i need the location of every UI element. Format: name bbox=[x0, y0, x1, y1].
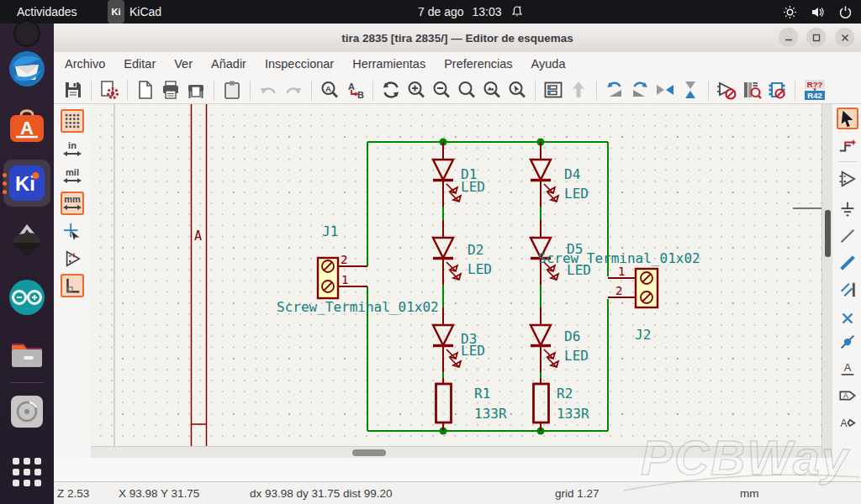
minimize-button[interactable] bbox=[779, 28, 798, 47]
status-bar: Z 2.53 X 93.98 Y 31.75 dx 93.98 dy 31.75… bbox=[54, 481, 861, 504]
horizontal-scrollbar[interactable] bbox=[91, 446, 821, 458]
units-mils-button[interactable]: mil bbox=[61, 165, 84, 188]
schematic-setup-button[interactable] bbox=[98, 79, 120, 101]
add-net-label-button[interactable]: A bbox=[837, 358, 858, 380]
svg-text:R1: R1 bbox=[474, 386, 490, 402]
dock-item-kicad[interactable]: Ki bbox=[7, 163, 47, 203]
led-d1 bbox=[433, 160, 461, 202]
rotate-ccw-button[interactable] bbox=[604, 79, 626, 101]
add-bus-button[interactable] bbox=[837, 252, 858, 274]
undo-button[interactable] bbox=[257, 79, 279, 101]
zoom-fit-button[interactable] bbox=[456, 79, 478, 101]
window-title: tira 2835 [tira 2835/] — Editor de esque… bbox=[341, 32, 573, 45]
highlight-net-button[interactable] bbox=[837, 136, 858, 158]
leave-sheet-button[interactable] bbox=[568, 79, 589, 101]
menu-bar: Archivo Editar Ver Añadir Inspeccionar H… bbox=[54, 52, 861, 76]
wire-to-bus-entry-button[interactable] bbox=[837, 279, 858, 301]
junction-icon bbox=[838, 333, 857, 351]
arduino-icon bbox=[8, 278, 46, 317]
menu-inspeccionar[interactable]: Inspeccionar bbox=[256, 52, 343, 76]
dock-item-app-grid[interactable] bbox=[7, 452, 47, 492]
zoom-to-objects-button[interactable] bbox=[481, 79, 503, 101]
led-d4 bbox=[531, 160, 558, 202]
refresh-button[interactable] bbox=[380, 79, 402, 101]
add-hierarchical-label-button[interactable]: A bbox=[837, 412, 858, 433]
zoom-to-selection-button[interactable] bbox=[506, 79, 528, 101]
highlight-net-icon bbox=[838, 138, 857, 156]
clock-menu[interactable]: 7 de ago 13:03 bbox=[418, 0, 524, 24]
hv-wires-only-button[interactable] bbox=[61, 274, 84, 297]
svg-text:LED: LED bbox=[564, 348, 589, 364]
dock-item-thunderbird[interactable] bbox=[7, 49, 47, 89]
assign-footprints-button[interactable] bbox=[766, 79, 788, 101]
find-button[interactable]: A bbox=[319, 79, 341, 101]
print-button[interactable] bbox=[160, 79, 182, 101]
schematic-canvas[interactable]: A bbox=[91, 104, 821, 446]
toolbar-divider bbox=[838, 161, 857, 162]
focused-app-menu[interactable]: KiCad bbox=[129, 0, 161, 24]
menu-anadir[interactable]: Añadir bbox=[202, 52, 256, 76]
dock-item-partial-icon[interactable] bbox=[7, 13, 47, 54]
zoom-out-button[interactable] bbox=[430, 79, 452, 101]
hierarchy-navigator-button[interactable] bbox=[542, 79, 564, 101]
add-wire-button[interactable] bbox=[837, 225, 858, 247]
save-button[interactable] bbox=[62, 79, 84, 101]
svg-text:133R: 133R bbox=[557, 406, 589, 422]
power-icon bbox=[838, 5, 853, 19]
menu-preferencias[interactable]: Preferencias bbox=[435, 52, 521, 76]
no-connect-button[interactable] bbox=[837, 307, 858, 329]
show-hidden-pins-button[interactable] bbox=[61, 247, 84, 270]
symbol-fields-table-button[interactable] bbox=[716, 79, 737, 101]
dock-item-ubuntu-software[interactable]: A bbox=[7, 106, 47, 146]
paste-button[interactable] bbox=[221, 79, 243, 101]
zoom-in-button[interactable] bbox=[405, 79, 427, 101]
find-replace-button[interactable]: AB bbox=[344, 79, 366, 101]
plot-button[interactable] bbox=[185, 79, 207, 101]
resistor-r1[interactable]: R1 133R bbox=[436, 384, 507, 423]
terminal-j1[interactable]: 2 1 J1 Screw_Terminal_01x02 bbox=[277, 223, 439, 315]
redo-button[interactable] bbox=[283, 79, 304, 101]
horizontal-scrollbar-thumb[interactable] bbox=[352, 449, 386, 456]
terminal-j2[interactable]: 1 2 J2 Screw_Terminal_01x02 bbox=[538, 250, 700, 343]
page-settings-button[interactable] bbox=[135, 79, 156, 101]
disks-icon bbox=[8, 392, 46, 431]
select-tool-button[interactable] bbox=[837, 108, 858, 129]
mirror-horizontal-button[interactable] bbox=[654, 79, 676, 101]
add-global-label-button[interactable]: A bbox=[837, 385, 858, 407]
window-titlebar[interactable]: tira 2835 [tira 2835/] — Editor de esque… bbox=[54, 24, 861, 53]
dock-item-files[interactable] bbox=[7, 334, 47, 375]
maximize-button[interactable] bbox=[806, 28, 826, 47]
status-grid: grid 1.27 bbox=[555, 487, 600, 500]
add-power-port-button[interactable] bbox=[837, 198, 858, 220]
menu-ayuda[interactable]: Ayuda bbox=[522, 52, 575, 76]
dock-item-inkscape[interactable] bbox=[7, 220, 47, 260]
dock-item-disks[interactable] bbox=[7, 391, 47, 432]
bus-icon bbox=[838, 254, 857, 272]
units-inches-button[interactable]: in bbox=[61, 138, 84, 161]
rotate-cw-button[interactable] bbox=[629, 79, 651, 101]
date-label: 7 de ago bbox=[418, 5, 464, 18]
menu-herramientas[interactable]: Herramientas bbox=[343, 52, 435, 76]
add-junction-button[interactable] bbox=[837, 331, 858, 353]
vertical-scrollbar-thumb[interactable] bbox=[825, 210, 831, 257]
menu-editar[interactable]: Editar bbox=[114, 52, 165, 76]
close-button[interactable] bbox=[835, 28, 854, 47]
units-mm-button[interactable]: mm bbox=[61, 192, 84, 215]
vertical-scrollbar[interactable] bbox=[821, 104, 832, 458]
add-symbol-button[interactable] bbox=[837, 168, 858, 190]
resistor-r2[interactable]: R2 133R bbox=[534, 384, 589, 423]
menu-archivo[interactable]: Archivo bbox=[55, 52, 114, 76]
dock-item-arduino[interactable] bbox=[7, 277, 47, 318]
led-labels: D1 LED D2 LED D3 LED D4 LED D5 LED D6 LE… bbox=[461, 166, 591, 364]
edit-library-links-button[interactable] bbox=[741, 79, 763, 101]
grid-dots-icon bbox=[63, 112, 82, 130]
status-delta: dx 93.98 dy 31.75 dist 99.20 bbox=[250, 487, 393, 500]
menu-ver[interactable]: Ver bbox=[165, 52, 202, 76]
annotate-button[interactable]: R?? R42 bbox=[802, 79, 827, 101]
grid-visibility-button[interactable] bbox=[61, 109, 84, 133]
mirror-vertical-button[interactable] bbox=[679, 79, 701, 101]
system-status-area[interactable] bbox=[783, 0, 853, 24]
svg-text:J2: J2 bbox=[635, 327, 651, 343]
brightness-icon bbox=[783, 5, 797, 19]
crosshair-cursor-button[interactable] bbox=[61, 220, 84, 244]
